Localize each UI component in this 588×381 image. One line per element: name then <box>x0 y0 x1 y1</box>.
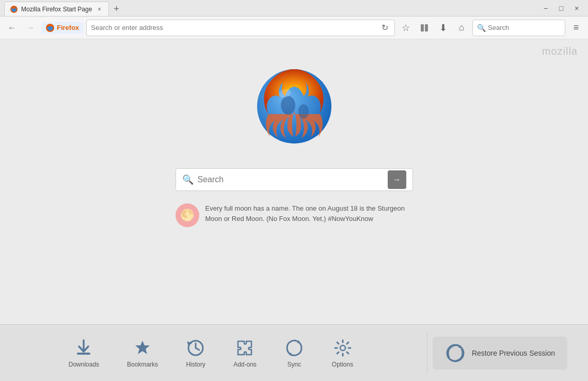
address-bar-container[interactable]: ↻ <box>86 20 395 36</box>
bookmark-star-button[interactable]: ☆ <box>398 20 414 36</box>
firefox-label: Firefox <box>57 24 79 31</box>
bottom-divider <box>427 332 427 374</box>
reader-icon <box>420 23 429 33</box>
options-bottom-item[interactable]: Options <box>326 334 359 372</box>
bottom-bar: Downloads Bookmarks History Add-ons <box>0 324 588 381</box>
addons-bottom-item[interactable]: Add-ons <box>227 334 263 372</box>
options-label: Options <box>332 361 353 368</box>
svg-marker-11 <box>135 341 150 354</box>
sync-label: Sync <box>287 361 301 368</box>
restore-session-icon <box>445 343 466 363</box>
bottom-icons: Downloads Bookmarks History Add-ons <box>0 334 422 372</box>
downloads-icon <box>74 338 93 358</box>
firefox-main-logo <box>248 60 341 153</box>
sync-bottom-item[interactable]: Sync <box>278 334 310 372</box>
back-button[interactable]: ← <box>4 20 20 36</box>
search-go-button[interactable]: → <box>388 170 406 189</box>
search-input[interactable] <box>488 24 550 31</box>
tab-area: Mozilla Firefox Start Page × + <box>4 0 538 16</box>
options-icon <box>333 338 353 358</box>
svg-point-7 <box>281 96 295 115</box>
bookmarks-icon <box>133 338 152 358</box>
maximize-button[interactable]: □ <box>554 1 568 15</box>
forward-button[interactable]: → <box>23 20 38 36</box>
downloads-label: Downloads <box>69 361 99 368</box>
restore-label: Restore Previous Session <box>472 349 555 357</box>
tab-title: Mozilla Firefox Start Page <box>21 6 92 13</box>
window-controls: − □ × <box>538 1 584 15</box>
svg-rect-4 <box>421 24 424 31</box>
svg-rect-10 <box>77 353 90 355</box>
snippet-icon: 🌕 <box>176 203 199 227</box>
addons-label: Add-ons <box>233 361 257 368</box>
reader-mode-button[interactable] <box>417 20 432 36</box>
addons-icon <box>235 338 255 358</box>
new-tab-button[interactable]: + <box>109 2 123 16</box>
bookmarks-label: Bookmarks <box>127 361 158 368</box>
history-icon <box>186 338 205 358</box>
search-icon: 🔍 <box>477 24 486 32</box>
sync-icon <box>284 338 304 358</box>
snippet-area: 🌕 Every full moon has a name. The one on… <box>176 203 413 227</box>
history-label: History <box>186 361 205 368</box>
menu-button[interactable]: ≡ <box>568 20 584 36</box>
main-search-icon: 🔍 <box>182 174 194 185</box>
active-tab[interactable]: Mozilla Firefox Start Page × <box>4 2 109 16</box>
close-button[interactable]: × <box>569 1 584 15</box>
snippet-text: Every full moon has a name. The one on A… <box>205 203 413 224</box>
mozilla-branding: mozilla <box>542 45 578 57</box>
firefox-icon <box>45 23 55 33</box>
nav-bar: ← → Firefox ↻ ☆ ⬇ ⌂ 🔍 ≡ <box>0 17 588 39</box>
tab-close-button[interactable]: × <box>95 5 103 13</box>
svg-point-8 <box>298 104 309 119</box>
main-search-container[interactable]: 🔍 → <box>176 168 413 191</box>
restore-session-button[interactable]: Restore Previous Session <box>433 337 567 370</box>
address-input[interactable] <box>91 24 377 31</box>
tab-favicon <box>10 5 18 13</box>
history-bottom-item[interactable]: History <box>180 334 212 372</box>
search-bar-container[interactable]: 🔍 <box>472 20 565 36</box>
main-search-input[interactable] <box>198 175 384 184</box>
minimize-button[interactable]: − <box>538 1 553 15</box>
main-content: mozilla 🔍 → <box>0 39 588 324</box>
bookmarks-bottom-item[interactable]: Bookmarks <box>121 334 164 372</box>
svg-point-13 <box>340 345 345 351</box>
home-button[interactable]: ⌂ <box>454 20 469 36</box>
downloads-bottom-item[interactable]: Downloads <box>62 334 105 372</box>
firefox-logo-button[interactable]: Firefox <box>41 22 83 34</box>
svg-rect-5 <box>425 24 428 31</box>
downloads-toolbar-button[interactable]: ⬇ <box>435 20 451 36</box>
reload-button[interactable]: ↻ <box>379 22 390 34</box>
title-bar: Mozilla Firefox Start Page × + − □ × <box>0 0 588 17</box>
